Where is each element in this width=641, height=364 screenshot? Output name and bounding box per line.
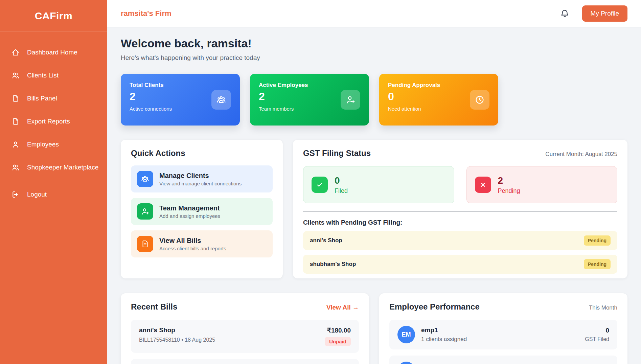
file-text-icon xyxy=(137,236,153,252)
divider xyxy=(303,211,617,211)
sidebar-item-shopkeeper-marketplace[interactable]: Shopkeeper Marketplace xyxy=(12,163,100,172)
app-logo: CAFirm xyxy=(0,10,107,22)
gst-filed-count: 0 xyxy=(335,175,348,186)
this-month-label: This Month xyxy=(589,304,617,311)
sidebar-item-label: Dashboard Home xyxy=(27,49,77,56)
pending-clients-heading: Clients with Pending GST Filing: xyxy=(303,219,617,226)
bill-row: anni's Shop BILL1755458110 • 18 Aug 2025… xyxy=(131,320,359,353)
x-icon xyxy=(475,177,491,193)
users-icon xyxy=(12,163,20,172)
sidebar-item-label: Export Reports xyxy=(27,118,70,125)
my-profile-button[interactable]: My Profile xyxy=(582,5,627,22)
bill-meta: BILL1755458110 • 18 Aug 2025 xyxy=(139,337,215,343)
stat-label: Active Employees xyxy=(259,82,360,89)
stat-card-active-employees: Active Employees 2 Team members xyxy=(250,74,369,126)
stat-label: Total Clients xyxy=(130,82,231,89)
main-column: ramsita's Firm My Profile Welcome back, … xyxy=(107,0,641,364)
sidebar-item-export-reports[interactable]: Export Reports xyxy=(12,117,100,126)
file-icon xyxy=(12,94,20,103)
sidebar-item-label: Employees xyxy=(27,141,59,148)
action-subtitle: Access client bills and reports xyxy=(159,246,226,251)
action-title: Team Management xyxy=(159,204,220,212)
gst-pending-box: 2 Pending xyxy=(466,166,618,203)
logout-icon xyxy=(12,190,20,199)
bottom-row: Recent Bills View All → anni's Shop BILL… xyxy=(121,293,627,364)
employee-clients-assigned: 1 clients assigned xyxy=(421,336,467,343)
quick-action-view-all-bills[interactable]: View All Bills Access client bills and r… xyxy=(131,230,273,257)
user-plus-icon xyxy=(137,203,153,220)
home-icon xyxy=(12,48,20,56)
check-icon xyxy=(312,177,328,193)
sidebar: CAFirm Dashboard Home Clients List Bills… xyxy=(0,0,107,364)
user-icon xyxy=(12,140,20,149)
employee-row-partial xyxy=(389,356,617,364)
gst-filed-label: Filed xyxy=(335,187,348,195)
recent-bills-title: Recent Bills xyxy=(131,302,177,312)
gst-filed-box: 0 Filed xyxy=(303,166,454,203)
gst-pending-label: Pending xyxy=(498,187,520,195)
stats-row: Total Clients 2 Active connections Activ… xyxy=(121,74,627,126)
client-name: anni's Shop xyxy=(310,237,342,244)
status-badge: Pending xyxy=(584,259,611,269)
action-title: Manage Clients xyxy=(159,172,242,180)
client-name: shubham's Shop xyxy=(310,261,356,268)
employee-performance-title: Employee Performance xyxy=(389,302,480,312)
quick-actions-title: Quick Actions xyxy=(131,149,273,158)
status-badge: Pending xyxy=(584,235,611,246)
sidebar-item-label: Shopkeeper Marketplace xyxy=(27,164,98,171)
quick-action-manage-clients[interactable]: Manage Clients View and manage client co… xyxy=(131,165,273,192)
action-subtitle: View and manage client connections xyxy=(159,181,242,186)
bill-row-partial xyxy=(131,359,359,364)
sidebar-item-dashboard-home[interactable]: Dashboard Home xyxy=(12,48,100,56)
employee-gst-count: 0 xyxy=(585,327,609,334)
action-subtitle: Add and assign employees xyxy=(159,213,220,219)
notification-bell-icon[interactable] xyxy=(560,9,569,18)
stat-card-pending-approvals: Pending Approvals 0 Need attention xyxy=(379,74,498,126)
pending-client-row: shubham's Shop Pending xyxy=(303,255,617,274)
quick-action-team-management[interactable]: Team Management Add and assign employees xyxy=(131,198,273,225)
employee-performance-panel: Employee Performance This Month EM emp1 … xyxy=(379,293,627,364)
middle-row: Quick Actions Manage Clients View and ma… xyxy=(121,140,627,278)
recent-bills-panel: Recent Bills View All → anni's Shop BILL… xyxy=(121,293,369,364)
gst-pending-count: 2 xyxy=(498,175,520,186)
users-group-icon xyxy=(211,90,231,110)
sidebar-nav: Dashboard Home Clients List Bills Panel … xyxy=(0,31,107,213)
file-icon xyxy=(12,117,20,126)
users-icon xyxy=(12,71,20,79)
avatar xyxy=(397,362,415,364)
sidebar-item-bills-panel[interactable]: Bills Panel xyxy=(12,94,100,103)
view-all-link[interactable]: View All → xyxy=(326,304,359,311)
sidebar-item-logout[interactable]: Logout xyxy=(12,190,100,199)
gst-current-month: Current Month: August 2025 xyxy=(545,151,617,158)
stat-label: Pending Approvals xyxy=(388,82,489,89)
employee-gst-label: GST Filed xyxy=(585,336,609,342)
employee-row: EM emp1 1 clients assigned 0 GST Filed xyxy=(389,320,617,349)
sidebar-item-label: Bills Panel xyxy=(27,95,57,102)
avatar: EM xyxy=(397,326,415,343)
sidebar-item-employees[interactable]: Employees xyxy=(12,140,100,149)
pending-client-row: anni's Shop Pending xyxy=(303,231,617,250)
sidebar-item-label: Logout xyxy=(27,191,47,198)
stat-card-total-clients: Total Clients 2 Active connections xyxy=(121,74,240,126)
user-plus-icon xyxy=(341,90,360,110)
bill-client-name: anni's Shop xyxy=(139,326,215,334)
page-title: Welcome back, ramsita! xyxy=(121,37,627,50)
bill-amount: ₹180.00 xyxy=(325,326,351,334)
unpaid-badge: Unpaid xyxy=(325,337,351,346)
users-group-icon xyxy=(137,171,153,187)
firm-name: ramsita's Firm xyxy=(121,9,171,18)
quick-actions-panel: Quick Actions Manage Clients View and ma… xyxy=(121,140,283,278)
action-title: View All Bills xyxy=(159,237,226,245)
gst-filing-status-panel: GST Filing Status Current Month: August … xyxy=(293,140,627,278)
page-subtitle: Here's what's happening with your practi… xyxy=(121,54,627,62)
gst-panel-title: GST Filing Status xyxy=(303,149,371,158)
employee-name: emp1 xyxy=(421,326,467,334)
app-logo-wrap: CAFirm xyxy=(0,0,107,31)
clock-icon xyxy=(470,90,489,110)
sidebar-item-clients-list[interactable]: Clients List xyxy=(12,71,100,79)
dashboard-content: Welcome back, ramsita! Here's what's hap… xyxy=(107,27,641,364)
sidebar-item-label: Clients List xyxy=(27,72,59,79)
top-bar: ramsita's Firm My Profile xyxy=(107,0,641,27)
